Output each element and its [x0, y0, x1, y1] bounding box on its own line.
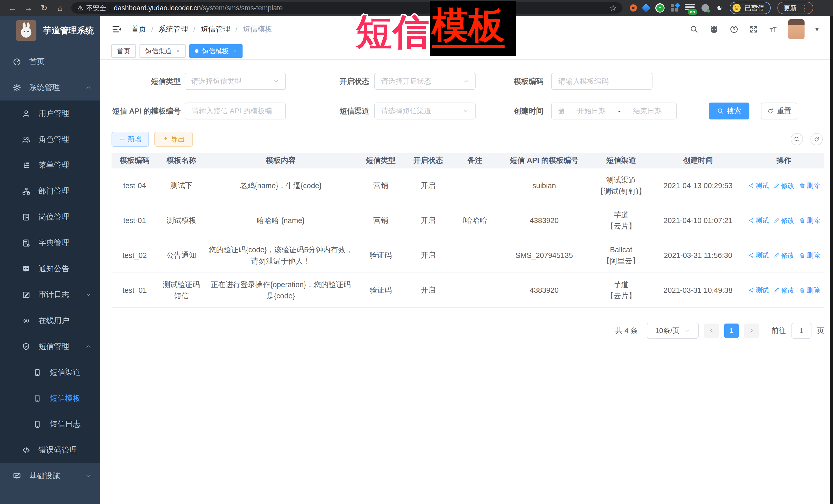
extension-avatar-icon[interactable] — [701, 4, 709, 12]
toggle-search-button[interactable] — [791, 133, 803, 145]
sidebar-logo[interactable]: 芋道管理系统 — [0, 16, 100, 45]
delete-link[interactable]: 删除 — [799, 286, 820, 295]
cell-type: 验证码 — [356, 238, 405, 272]
github-icon[interactable] — [709, 24, 719, 34]
sidebar-item-sms-channel[interactable]: 短信渠道 — [0, 359, 100, 385]
sidebar-item-online-users[interactable]: 在线用户 — [0, 308, 100, 334]
sidebar-item-notice[interactable]: 通知公告 — [0, 256, 100, 282]
extension-y-icon[interactable] — [655, 3, 665, 13]
edit-link[interactable]: 修改 — [774, 216, 794, 225]
sidebar-item-system[interactable]: 系统管理 — [0, 75, 100, 100]
sidebar-item-roles[interactable]: 角色管理 — [0, 126, 100, 152]
sms-type-select[interactable]: 请选择短信类型 — [185, 73, 286, 90]
cell-code: test-01 — [112, 203, 158, 238]
sidebar-item-departments[interactable]: 部门管理 — [0, 178, 100, 204]
text-size-icon[interactable] — [769, 25, 777, 33]
sidebar-item-error-codes[interactable]: 错误码管理 — [0, 437, 100, 463]
tab-sms-channel[interactable]: 短信渠道 — [140, 44, 186, 58]
edit-link[interactable]: 修改 — [774, 181, 794, 190]
test-link[interactable]: 测试 — [748, 286, 769, 295]
bookmark-star-icon[interactable]: ☆ — [610, 3, 617, 13]
col-header-actions: 操作 — [743, 153, 824, 168]
breadcrumb-home[interactable]: 首页 — [131, 24, 146, 34]
create-time-range-picker[interactable]: 开始日期 - 结束日期 — [551, 102, 677, 119]
page-1-button[interactable]: 1 — [724, 323, 739, 338]
help-icon[interactable] — [730, 25, 738, 33]
sidebar-item-home[interactable]: 首页 — [0, 49, 100, 75]
browser-back-icon[interactable]: ← — [6, 2, 19, 14]
template-code-input[interactable] — [558, 77, 646, 86]
security-indicator[interactable]: 不安全 — [77, 4, 106, 13]
reset-button[interactable]: 重置 — [761, 102, 798, 119]
sidebar-item-label: 菜单管理 — [39, 160, 69, 170]
browser-menu-icon[interactable]: ⋮ — [801, 4, 809, 13]
sidebar-item-dict[interactable]: 字典管理 — [0, 230, 100, 256]
sidebar-item-sms-log[interactable]: 短信日志 — [0, 411, 100, 437]
edit-link[interactable]: 修改 — [774, 286, 794, 295]
users-icon — [22, 135, 30, 144]
chevron-down-icon — [85, 291, 92, 298]
user-avatar[interactable] — [788, 19, 805, 39]
breadcrumb-system[interactable]: 系统管理 — [159, 24, 188, 34]
open-status-select[interactable]: 请选择开启状态 — [374, 73, 476, 90]
sidebar-item-users[interactable]: 用户管理 — [0, 100, 100, 126]
delete-link[interactable]: 删除 — [799, 251, 820, 260]
profile-paused-pill[interactable]: 已暂停 — [730, 2, 771, 14]
cell-code: test_01 — [112, 273, 158, 307]
api-template-id-label: 短信 API 的模板编号 — [102, 102, 181, 119]
breadcrumb-sms[interactable]: 短信管理 — [200, 24, 230, 34]
close-icon[interactable] — [175, 49, 180, 53]
search-icon[interactable] — [690, 25, 698, 33]
address-bar[interactable]: 不安全 dashboard.yudao.iocoder.cn/system/sm… — [71, 2, 622, 14]
tab-label: 首页 — [117, 47, 130, 56]
sidebar-item-sms[interactable]: 短信管理 — [0, 334, 100, 359]
edit-link[interactable]: 修改 — [774, 251, 794, 260]
sidebar-item-menus[interactable]: 菜单管理 — [0, 152, 100, 178]
delete-link[interactable]: 删除 — [799, 216, 820, 225]
export-button-label: 导出 — [171, 135, 185, 144]
close-icon[interactable] — [232, 49, 237, 53]
search-button[interactable]: 搜索 — [709, 102, 749, 119]
export-button[interactable]: 导出 — [154, 132, 193, 147]
extensions-puzzle-icon[interactable] — [715, 4, 723, 12]
goto-page-input[interactable] — [792, 323, 811, 338]
hamburger-icon[interactable] — [111, 24, 122, 34]
fullscreen-icon[interactable] — [749, 25, 758, 33]
cell-remark — [451, 168, 499, 203]
test-link[interactable]: 测试 — [748, 181, 769, 190]
sidebar-item-infrastructure[interactable]: 基础设施 — [0, 463, 100, 489]
api-template-id-input[interactable] — [191, 106, 279, 115]
extension-ring-icon[interactable] — [630, 4, 637, 11]
sms-channel-select[interactable]: 请选择短信渠道 — [374, 102, 476, 119]
select-placeholder: 请选择短信渠道 — [381, 106, 431, 116]
sidebar-item-audit-log[interactable]: 审计日志 — [0, 282, 100, 308]
add-button[interactable]: 新增 — [112, 132, 149, 147]
prev-page-button[interactable] — [704, 323, 719, 338]
col-header-remark: 备注 — [451, 153, 499, 168]
extension-list-icon[interactable]: on — [685, 3, 695, 13]
refresh-icon — [767, 108, 774, 114]
chevron-up-icon — [85, 85, 92, 91]
next-page-button[interactable] — [744, 323, 759, 338]
extension-gem-icon[interactable] — [642, 4, 650, 12]
tab-sms-template[interactable]: 短信模板 — [189, 44, 242, 58]
browser-home-icon[interactable]: ⌂ — [53, 2, 67, 14]
browser-forward-icon[interactable]: → — [22, 2, 35, 14]
sidebar-item-label: 角色管理 — [39, 134, 69, 145]
browser-reload-icon[interactable]: ↻ — [38, 2, 51, 14]
caret-down-icon[interactable]: ▾ — [815, 25, 819, 33]
refresh-table-button[interactable] — [810, 133, 823, 145]
extension-grid-icon[interactable] — [671, 4, 679, 12]
tags-view-bar: 首页 短信渠道 短信模板 — [100, 43, 830, 60]
tab-home[interactable]: 首页 — [111, 44, 136, 58]
sidebar-item-sms-template[interactable]: 短信模板 — [0, 385, 100, 411]
browser-update-pill[interactable]: 更新 ⋮ — [777, 2, 813, 14]
page-size-select[interactable]: 10条/页 — [647, 323, 699, 339]
sidebar-item-label: 短信日志 — [50, 419, 80, 429]
delete-link[interactable]: 删除 — [799, 181, 820, 190]
select-placeholder: 请选择短信类型 — [191, 76, 241, 86]
sidebar-menu: 首页 系统管理 用户管理 角色管理 菜单管理 部门管理 — [0, 45, 100, 489]
sidebar-item-positions[interactable]: 岗位管理 — [0, 204, 100, 230]
test-link[interactable]: 测试 — [748, 216, 769, 225]
test-link[interactable]: 测试 — [748, 251, 769, 260]
